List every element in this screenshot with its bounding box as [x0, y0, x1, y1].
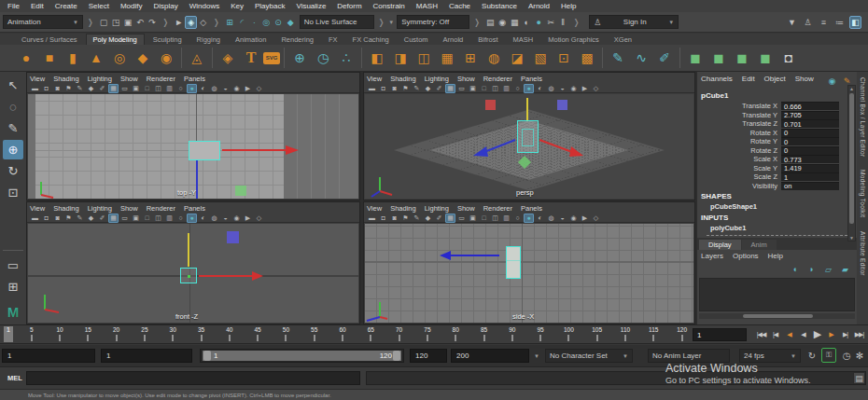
move-manipulator[interactable] — [365, 94, 693, 199]
lock-camera-icon[interactable]: ◘ — [378, 84, 388, 93]
2d-pan-zoom-icon[interactable]: ◆ — [423, 214, 433, 223]
camera-attributes-icon[interactable]: ◙ — [389, 84, 399, 93]
viewport-menu-panels[interactable]: Panels — [184, 75, 205, 83]
ambient-occlusion-icon[interactable]: ◉ — [568, 214, 579, 223]
wireframe-mode-icon[interactable]: ○ — [512, 214, 523, 223]
lasso-tool[interactable]: ◌ — [3, 97, 23, 117]
menu-visualize[interactable]: Visualize — [290, 2, 331, 10]
image-plane-icon[interactable]: ✎ — [75, 84, 85, 93]
align-objects-icon[interactable]: ≔ — [833, 16, 846, 29]
shelf-tab-fx[interactable]: FX — [322, 34, 344, 45]
sidebar-tab-modeling-toolkit[interactable]: Modeling Toolkit — [860, 170, 866, 217]
shelf-tab-poly-modeling[interactable]: Poly Modeling — [86, 34, 145, 45]
use-all-lights-icon[interactable]: ◍ — [546, 214, 556, 223]
layer-list[interactable] — [699, 278, 855, 311]
poly-sphere-icon[interactable]: ● — [15, 47, 37, 69]
poly-disc-icon[interactable]: ◉ — [155, 47, 177, 69]
channel-attr-value[interactable]: 0.773 — [781, 155, 839, 163]
highlight-selection-mode-icon[interactable]: ▼ — [786, 16, 798, 29]
channel-menu-show[interactable]: Show — [795, 75, 814, 88]
animation-end-field[interactable]: 200 — [451, 349, 529, 363]
motion-blur-icon[interactable]: ▶ — [243, 84, 253, 93]
boolean-union-icon[interactable]: ◼ — [684, 47, 707, 69]
shelf-tab-rendering[interactable]: Rendering — [274, 34, 320, 45]
smooth-icon[interactable]: ▦ — [436, 47, 458, 69]
channel-menu-edit[interactable]: Edit — [742, 75, 755, 88]
go-to-start-button[interactable]: |◀◀ — [754, 327, 768, 342]
grid-snap-options-icon[interactable]: ≡ — [818, 16, 830, 29]
poly-torus-icon[interactable]: ◎ — [108, 47, 131, 69]
ambient-occlusion-icon[interactable]: ◉ — [231, 84, 242, 93]
scale-tool[interactable]: ⊡ — [3, 183, 23, 202]
group-divider[interactable]: ❭ — [377, 18, 386, 27]
isolate-select-icon[interactable]: ◇ — [254, 84, 264, 93]
viewport-menu-show[interactable]: Show — [457, 204, 475, 213]
film-gate-icon[interactable]: ▭ — [456, 84, 467, 93]
viewport-menu-show[interactable]: Show — [457, 75, 475, 83]
play-backwards-button[interactable]: ◀ — [796, 327, 810, 342]
menu-constrain[interactable]: Constrain — [368, 2, 411, 10]
render-view-icon[interactable]: ▤ — [484, 16, 497, 29]
symmetry-field[interactable]: Symmetry: Off — [397, 15, 469, 29]
preferences-gear-icon[interactable]: ✻ — [852, 348, 867, 363]
poly-cylinder-icon[interactable]: ▮ — [62, 47, 84, 69]
symmetrize-icon[interactable]: ⊡ — [553, 47, 575, 69]
2d-pan-zoom-icon[interactable]: ◆ — [86, 214, 96, 223]
gate-mask-icon[interactable]: □ — [479, 84, 489, 93]
move-manipulator[interactable] — [365, 224, 693, 323]
move-manipulator[interactable] — [28, 224, 358, 323]
viewport-canvas-top[interactable]: top -Y — [28, 94, 358, 199]
safe-action-icon[interactable]: ▥ — [164, 214, 175, 223]
film-gate-icon[interactable]: ▭ — [119, 214, 130, 223]
select-camera-icon[interactable]: ▬ — [367, 214, 377, 223]
lock-camera-icon[interactable]: ◘ — [378, 214, 388, 223]
layer-menu-options[interactable]: Options — [733, 252, 759, 260]
menu-playback[interactable]: Playback — [249, 2, 290, 10]
gate-mask-icon[interactable]: □ — [142, 214, 152, 223]
field-chart-icon[interactable]: ◫ — [153, 214, 163, 223]
select-tool[interactable]: ↖ — [3, 76, 23, 95]
viewport-canvas-persp[interactable]: persp — [365, 94, 693, 199]
layer-hscrollbar[interactable] — [699, 313, 855, 319]
motion-blur-icon[interactable]: ▶ — [580, 84, 590, 93]
construction-plane-icon[interactable]: ⊕ — [288, 47, 311, 69]
menu-key[interactable]: Key — [225, 2, 249, 10]
select-camera-icon[interactable]: ▬ — [367, 84, 377, 93]
bookmark-icon[interactable]: ⚑ — [400, 84, 411, 93]
viewport-menu-renderer[interactable]: Renderer — [483, 204, 512, 213]
menu-cache[interactable]: Cache — [443, 2, 476, 10]
combine-icon[interactable]: ◧ — [366, 47, 388, 69]
isolate-select-icon[interactable]: ◇ — [254, 214, 264, 223]
shape-node-item[interactable]: pCubeShape1 — [697, 201, 857, 212]
group-divider[interactable]: ❭ — [572, 18, 581, 27]
center-pivot-icon[interactable]: ∴ — [335, 47, 357, 69]
field-chart-icon[interactable]: ◫ — [490, 214, 500, 223]
playback-loop-icon[interactable]: ↻ — [805, 348, 819, 363]
use-all-lights-icon[interactable]: ◍ — [546, 84, 556, 93]
shelf-tab-mash[interactable]: MASH — [507, 34, 540, 45]
shelf-tab-motion-graphics[interactable]: Motion Graphics — [541, 34, 606, 45]
grid-toggle-icon[interactable]: ▦ — [108, 84, 119, 93]
select-by-component-icon[interactable]: ◇ — [197, 16, 209, 29]
image-plane-icon[interactable]: ✎ — [412, 214, 422, 223]
menuset-dropdown[interactable]: Animation ▼ — [3, 15, 83, 29]
resolution-gate-icon[interactable]: ▣ — [468, 214, 478, 223]
viewport-menu-panels[interactable]: Panels — [184, 204, 205, 213]
open-scene-icon[interactable]: ◳ — [110, 16, 122, 29]
new-scene-icon[interactable]: ▢ — [98, 16, 110, 29]
textured-mode-icon[interactable]: ◐ — [198, 84, 208, 93]
select-by-object-icon[interactable]: ◈ — [185, 16, 197, 29]
gate-mask-icon[interactable]: □ — [479, 214, 489, 223]
command-input[interactable] — [26, 371, 360, 385]
channel-attr-value[interactable]: 1.419 — [781, 164, 839, 172]
current-frame-field[interactable]: 1 — [693, 328, 747, 341]
four-pane-layout-button[interactable]: ⊞ — [3, 277, 23, 297]
grid-toggle-icon[interactable]: ▦ — [445, 84, 455, 93]
image-plane-icon[interactable]: ✎ — [412, 84, 422, 93]
panel-splitter[interactable] — [707, 235, 847, 236]
viewport-menu-renderer[interactable]: Renderer — [483, 75, 512, 83]
svg-tool-icon[interactable]: SVG — [263, 52, 280, 64]
project-curve-icon[interactable]: ◪ — [506, 47, 528, 69]
wireframe-mode-icon[interactable]: ○ — [512, 84, 523, 93]
modeling-toolkit-toggle-icon[interactable]: ◧ — [849, 16, 861, 29]
